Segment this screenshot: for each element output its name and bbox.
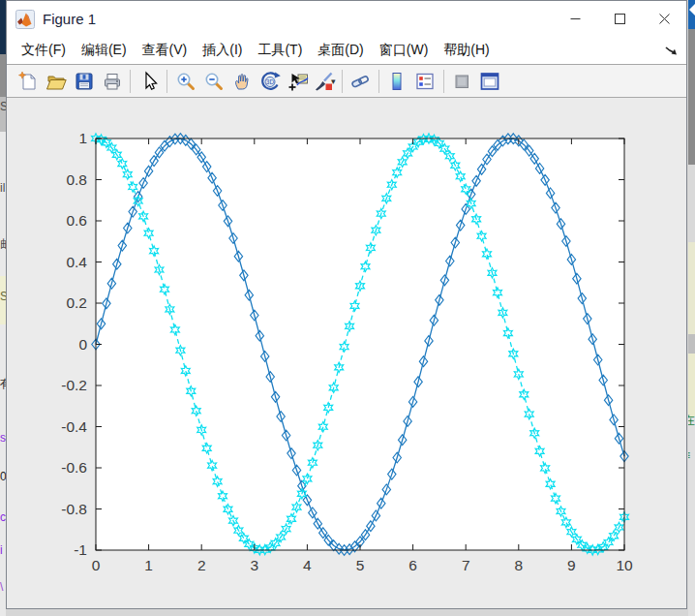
open-file-button[interactable]	[42, 68, 70, 95]
svg-text:0.8: 0.8	[66, 171, 87, 188]
menu-view[interactable]: 查看(V)	[135, 39, 196, 62]
save-floppy-icon	[74, 71, 95, 92]
rotate-3d-button[interactable]: 3D	[256, 68, 284, 95]
edit-plot-button[interactable]	[135, 68, 163, 95]
svg-text:-0.6: -0.6	[61, 459, 87, 476]
desktop: Sil邮S有s0ci\ 在≡ Figure 1	[0, 0, 695, 616]
menu-edit[interactable]: 编辑(E)	[74, 39, 135, 62]
svg-text:-1: -1	[74, 541, 87, 558]
svg-text:-0.8: -0.8	[61, 501, 87, 517]
svg-text:3: 3	[250, 557, 258, 573]
background-text-fragment: i	[0, 544, 3, 556]
minimize-button[interactable]	[553, 1, 597, 37]
svg-text:1: 1	[78, 130, 87, 146]
svg-text:2: 2	[197, 557, 206, 573]
menu-bar: 文件(F) 编辑(E) 查看(V) 插入(I) 工具(T) 桌面(D) 窗口(W…	[7, 37, 686, 65]
toolbar-separator	[342, 70, 343, 93]
menu-file[interactable]: 文件(F)	[14, 39, 74, 62]
figure-canvas: 012345678910-1-0.8-0.6-0.4-0.200.20.40.6…	[7, 98, 686, 608]
svg-text:5: 5	[356, 557, 365, 573]
legend-icon	[414, 71, 436, 92]
show-plot-tools-dock-icon	[479, 71, 500, 92]
zoom-in-icon	[175, 71, 196, 92]
minimize-icon	[570, 14, 581, 24]
zoom-out-button[interactable]	[199, 68, 227, 95]
zoom-in-button[interactable]	[171, 68, 199, 95]
save-figure-button[interactable]	[70, 68, 98, 95]
svg-text:3D: 3D	[265, 78, 274, 85]
menu-insert[interactable]: 插入(I)	[195, 39, 250, 62]
title-bar[interactable]: Figure 1	[7, 1, 686, 37]
menu-desktop[interactable]: 桌面(D)	[310, 39, 371, 62]
new-figure-icon	[17, 71, 39, 92]
show-plot-tools-dock-button[interactable]	[476, 68, 504, 95]
menu-window[interactable]: 窗口(W)	[372, 39, 437, 62]
svg-text:0.6: 0.6	[66, 212, 87, 229]
toolbar-separator	[130, 70, 131, 93]
maximize-icon	[615, 14, 625, 24]
insert-colorbar-button[interactable]	[383, 68, 411, 95]
arrow-cursor-icon	[138, 71, 160, 92]
figure-window: Figure 1	[6, 0, 687, 609]
background-text-fragment: 在	[688, 415, 695, 426]
svg-text:0.4: 0.4	[66, 254, 87, 270]
insert-legend-button[interactable]	[411, 68, 439, 95]
background-window-right-edge: 在≡	[688, 0, 695, 616]
close-icon	[659, 14, 670, 24]
close-button[interactable]	[642, 1, 686, 37]
svg-text:7: 7	[462, 557, 470, 573]
maximize-button[interactable]	[597, 1, 642, 37]
svg-text:4: 4	[303, 557, 312, 573]
hide-plot-tools-icon	[451, 71, 472, 92]
svg-text:-0.4: -0.4	[61, 418, 87, 435]
svg-text:-0.2: -0.2	[61, 377, 87, 393]
matlab-icon	[15, 10, 35, 29]
pan-hand-icon	[231, 71, 253, 92]
menu-overflow-arrow-icon[interactable]	[665, 44, 678, 56]
background-text-fragment: \	[0, 581, 3, 593]
svg-text:9: 9	[567, 557, 576, 573]
colorbar-icon	[386, 71, 408, 92]
svg-text:0: 0	[78, 336, 87, 353]
svg-text:10: 10	[616, 557, 633, 573]
svg-text:8: 8	[514, 557, 523, 573]
plot-svg: 012345678910-1-0.8-0.6-0.4-0.200.20.40.6…	[7, 98, 686, 608]
toolbar-separator	[166, 70, 167, 93]
svg-text:0.2: 0.2	[66, 294, 87, 311]
window-title: Figure 1	[43, 11, 96, 27]
svg-text:1: 1	[144, 557, 153, 573]
hide-plot-tools-button[interactable]	[448, 68, 476, 95]
pan-button[interactable]	[227, 68, 256, 95]
printer-icon	[102, 71, 123, 92]
svg-text:6: 6	[408, 557, 417, 573]
data-cursor-icon	[287, 71, 309, 92]
menu-tools[interactable]: 工具(T)	[250, 39, 310, 62]
toolbar-separator	[443, 70, 444, 93]
print-figure-button[interactable]	[98, 68, 126, 95]
background-text-fragment: il	[0, 182, 5, 194]
chevron-left-icon	[689, 4, 695, 15]
rotate-3d-icon: 3D	[259, 71, 281, 92]
new-figure-button[interactable]	[14, 68, 42, 95]
toolbar-separator	[378, 70, 379, 93]
open-folder-icon	[45, 71, 67, 92]
link-chain-icon	[349, 71, 371, 92]
data-cursor-button[interactable]	[284, 68, 312, 95]
figure-toolbar: 3D ▾	[7, 65, 686, 98]
link-plot-button[interactable]	[347, 68, 375, 95]
brush-dropdown-caret-icon[interactable]: ▾	[331, 77, 336, 86]
background-text-fragment: ≡	[688, 449, 690, 461]
svg-text:0: 0	[92, 557, 101, 573]
menu-help[interactable]: 帮助(H)	[436, 39, 497, 62]
zoom-out-icon	[203, 71, 225, 92]
